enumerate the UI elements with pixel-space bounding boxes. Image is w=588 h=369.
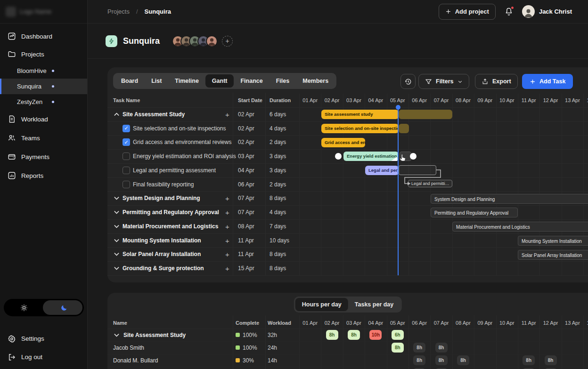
chevron-down-icon[interactable] [114, 252, 119, 256]
workload-row[interactable]: Donald M. Bullard 30% 14h 8h 8h 8h 8h 8h [107, 354, 588, 367]
task-duration: 7 days [270, 223, 286, 230]
logo-row: Logo Name [0, 0, 87, 24]
task-start: 02 Apr [238, 111, 254, 118]
gantt-group-bar[interactable]: Mounting System Installation [518, 236, 588, 246]
tab-list[interactable]: List [145, 74, 168, 88]
sidebar-item-settings[interactable]: Settings [0, 329, 87, 348]
tab-board[interactable]: Board [114, 74, 145, 88]
task-start: 15 Apr [238, 265, 254, 272]
sidebar-item-dashboard[interactable]: Dashboard [0, 27, 87, 45]
task-duration: 8 days [270, 251, 286, 257]
dark-mode-button[interactable] [44, 299, 84, 316]
sidebar-item-teams[interactable]: Teams [0, 128, 87, 147]
task-start: 06 Apr [238, 181, 254, 188]
bar-left-handle[interactable] [335, 153, 342, 160]
tab-files[interactable]: Files [270, 74, 296, 88]
gantt-bar[interactable]: Site assessment study [321, 110, 399, 119]
task-name: Legal and permitting assessment [133, 167, 216, 174]
sidebar-item-label: Teams [21, 135, 40, 142]
chevron-down-icon[interactable] [114, 225, 119, 228]
toggle-tasks-per-day[interactable]: Tasks per day [348, 298, 400, 311]
task-name: Final feasibility reporting [133, 181, 194, 188]
sidebar-item-label: Settings [21, 335, 44, 342]
task-checkbox[interactable]: ✓ [122, 138, 130, 146]
add-task-button[interactable]: Add Task [522, 74, 573, 89]
task-row[interactable]: Legal and permitting assessment 04 Apr 3… [107, 163, 588, 177]
gantt-bar-remaining[interactable] [399, 124, 409, 133]
task-checkbox[interactable] [122, 181, 130, 188]
sidebar-item-label: Sunquira [17, 83, 41, 90]
task-name: Grid access and environmental reviews [133, 139, 231, 145]
gantt-group-bar[interactable]: Permitting and Regulatory Approval [431, 208, 518, 217]
filters-button[interactable]: Filters [418, 74, 469, 89]
logout-icon [8, 353, 16, 361]
add-member-button[interactable]: + [222, 36, 233, 47]
chevron-down-icon[interactable] [114, 266, 119, 270]
tab-finance[interactable]: Finance [234, 74, 269, 88]
chevron-up-icon[interactable] [114, 112, 119, 116]
sidebar-item-logout[interactable]: Log out [0, 348, 87, 366]
task-row[interactable]: Mounting System Installation + 11 Apr 10… [107, 233, 588, 248]
add-subtask-button[interactable]: + [225, 209, 229, 217]
task-checkbox[interactable] [122, 167, 130, 174]
notifications-button[interactable] [504, 7, 514, 16]
complete-value: 30% [236, 357, 254, 364]
add-subtask-button[interactable]: + [225, 110, 229, 118]
chevron-down-icon[interactable] [114, 196, 119, 200]
gantt-group-bar[interactable]: Material Procurement and Logistics [452, 222, 588, 232]
sidebar-item-label: Log out [21, 353, 42, 361]
workload-row[interactable]: Site Assessment Study 100% 32h 8h 8h 10h… [107, 329, 588, 341]
clock-history-icon [404, 78, 412, 86]
add-project-button[interactable]: Add project [439, 4, 496, 20]
user-menu[interactable]: Jack Christ [522, 5, 572, 18]
sidebar-project-bloomhive[interactable]: BloomHive [0, 63, 87, 79]
history-button[interactable] [400, 74, 416, 89]
task-checkbox[interactable]: ✓ [122, 125, 130, 132]
bar-right-handle[interactable] [410, 153, 416, 160]
task-row[interactable]: Grounding & Surge protection + 15 Apr 8 … [107, 261, 588, 275]
logo-text: Logo Name [20, 8, 51, 15]
add-subtask-button[interactable]: + [225, 265, 229, 273]
gantt-group-bar[interactable]: Solar Panel Array Installation [518, 250, 588, 260]
task-name: Site Assessment Study [122, 111, 185, 118]
sidebar-project-sunquira[interactable]: Sunquira [0, 79, 87, 94]
sidebar-item-reports[interactable]: Reports [0, 166, 87, 185]
task-checkbox[interactable] [122, 152, 130, 160]
task-start: 07 Apr [238, 195, 254, 201]
col-workload: Workload [268, 320, 291, 326]
member-avatar[interactable] [206, 35, 218, 47]
gantt-bar-selected[interactable]: Energy yield estimation… [343, 152, 399, 161]
theme-toggle[interactable] [4, 299, 84, 316]
task-row[interactable]: Solar Panel Array Installation + 11 Apr … [107, 248, 588, 262]
hours-cell: 8h [435, 355, 448, 365]
chevron-down-icon[interactable] [114, 239, 119, 242]
add-subtask-button[interactable]: + [225, 250, 229, 258]
hours-cell: 8h [523, 355, 535, 365]
sidebar-item-projects[interactable]: Projects [0, 45, 87, 63]
task-name: System Design and Planning [122, 195, 200, 201]
gantt-bar[interactable]: Legal and per… [365, 166, 399, 175]
sidebar-item-payments[interactable]: Payments [0, 147, 87, 166]
export-button[interactable]: Export [475, 74, 518, 89]
gantt-bar-remaining[interactable] [399, 110, 452, 119]
breadcrumb-projects[interactable]: Projects [107, 8, 130, 15]
add-subtask-button[interactable]: + [225, 222, 229, 230]
task-duration: 2 days [270, 139, 286, 145]
light-mode-button[interactable] [4, 299, 44, 316]
chevron-down-icon[interactable] [114, 333, 119, 337]
toggle-hours-per-day[interactable]: Hours per day [295, 298, 348, 311]
tab-timeline[interactable]: Timeline [168, 74, 205, 88]
sidebar-item-workload[interactable]: Workload [0, 110, 87, 128]
add-subtask-button[interactable]: + [225, 194, 229, 202]
tab-members[interactable]: Members [296, 74, 335, 88]
add-subtask-button[interactable]: + [225, 236, 229, 244]
chevron-down-icon[interactable] [114, 210, 119, 214]
sidebar-project-zestyzen[interactable]: ZestyZen [0, 94, 87, 110]
tab-gantt[interactable]: Gantt [205, 74, 234, 88]
task-row[interactable]: Final feasibility reporting 06 Apr 2 day… [107, 177, 588, 192]
workload-row[interactable]: Jacob Smith 100% 24h 8h 8h 8h [107, 341, 588, 354]
gantt-bar[interactable]: Site selection and on-site inspections [321, 124, 399, 133]
gantt-group-bar[interactable]: System Design and Planning [431, 194, 588, 204]
breadcrumb: Projects / Sunquira [107, 8, 171, 15]
gantt-bar[interactable]: Grid access and en… [321, 138, 365, 147]
